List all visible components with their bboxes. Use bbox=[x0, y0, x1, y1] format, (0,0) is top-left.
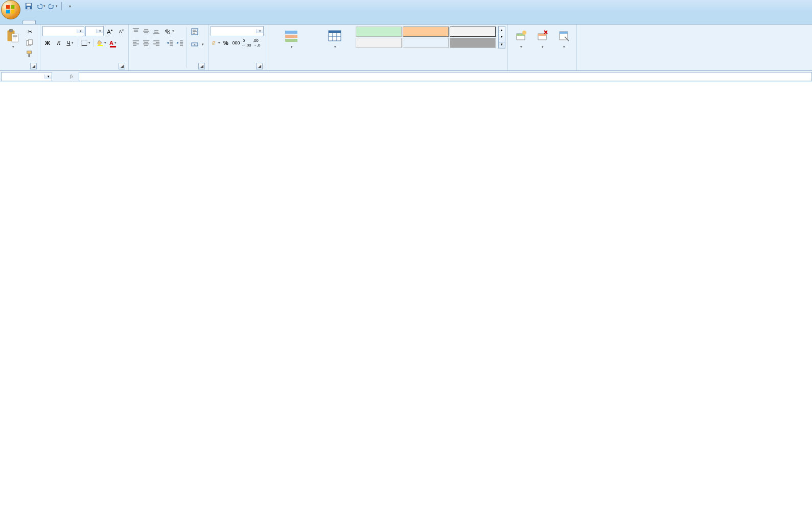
number-dialog-launcher[interactable]: ◢ bbox=[256, 63, 263, 69]
brush-icon bbox=[26, 50, 34, 58]
svg-rect-11 bbox=[28, 40, 32, 45]
font-size-combo[interactable]: ▾ bbox=[85, 26, 104, 36]
group-clipboard: ▾ ✂ ◢ bbox=[0, 25, 40, 70]
format-icon bbox=[555, 28, 572, 44]
svg-rect-62 bbox=[538, 34, 546, 36]
formula-bar: ▾ ✕ fx bbox=[0, 71, 812, 82]
style-input[interactable] bbox=[403, 27, 449, 37]
tab-review[interactable] bbox=[89, 20, 102, 24]
tab-page-layout[interactable] bbox=[49, 20, 62, 24]
style-good[interactable] bbox=[356, 27, 402, 37]
italic-button[interactable]: К bbox=[54, 38, 64, 48]
svg-rect-5 bbox=[27, 4, 31, 6]
alignment-dialog-launcher[interactable]: ◢ bbox=[198, 63, 205, 69]
group-number: ▾ ₽▾ % 000 ,0←,00 ,00→,0 ◢ bbox=[208, 25, 266, 70]
format-as-table-button[interactable]: ▾ bbox=[314, 26, 355, 60]
save-icon[interactable] bbox=[24, 1, 34, 11]
align-right-button[interactable] bbox=[151, 38, 161, 48]
style-calc[interactable] bbox=[356, 38, 402, 48]
comma-button[interactable]: 000 bbox=[231, 38, 241, 48]
group-alignment: ab▾ a▾ ◢ bbox=[129, 25, 208, 70]
font-name-combo[interactable]: ▾ bbox=[42, 26, 84, 36]
insert-cells-button[interactable]: ▾ bbox=[510, 26, 531, 60]
format-painter-button[interactable] bbox=[24, 49, 38, 60]
svg-rect-3 bbox=[11, 10, 14, 13]
svg-rect-50 bbox=[285, 31, 297, 34]
wrap-text-button[interactable] bbox=[189, 26, 206, 37]
border-button[interactable]: ▾ bbox=[81, 38, 91, 48]
svg-rect-51 bbox=[285, 35, 297, 38]
paste-icon bbox=[5, 28, 21, 44]
copy-button[interactable] bbox=[24, 37, 38, 49]
formula-input[interactable] bbox=[79, 72, 812, 81]
align-bottom-button[interactable] bbox=[151, 26, 161, 36]
group-font: ▾ ▾ A▴ A▾ Ж К Ч▾ ▾ ▾ A▾ ◢ bbox=[40, 25, 129, 70]
percent-button[interactable]: % bbox=[221, 38, 231, 48]
number-format-combo[interactable]: ▾ bbox=[211, 26, 264, 36]
svg-rect-2 bbox=[6, 10, 10, 13]
format-cells-button[interactable]: ▾ bbox=[553, 26, 574, 60]
undo-icon[interactable]: ▾ bbox=[36, 1, 46, 11]
office-button[interactable] bbox=[1, 0, 20, 19]
paste-button[interactable]: ▾ bbox=[2, 26, 24, 60]
orientation-button[interactable]: ab▾ bbox=[165, 26, 175, 36]
merge-icon: a bbox=[191, 40, 199, 49]
svg-rect-8 bbox=[9, 29, 13, 32]
style-gallery-expand[interactable]: ▴▾▾ bbox=[498, 26, 505, 49]
delete-icon bbox=[534, 28, 550, 44]
fill-color-button[interactable]: ▾ bbox=[97, 38, 107, 48]
align-middle-button[interactable] bbox=[141, 26, 151, 36]
copy-icon bbox=[26, 39, 34, 47]
font-dialog-launcher[interactable]: ◢ bbox=[119, 63, 125, 69]
style-output[interactable] bbox=[450, 27, 496, 37]
svg-rect-14 bbox=[82, 40, 87, 46]
svg-rect-0 bbox=[6, 5, 10, 9]
redo-icon[interactable]: ▾ bbox=[48, 1, 58, 11]
svg-rect-1 bbox=[11, 5, 14, 9]
decrease-indent-button[interactable] bbox=[165, 38, 175, 48]
tab-insert[interactable] bbox=[36, 20, 49, 24]
svg-rect-12 bbox=[27, 51, 32, 54]
increase-decimal-button[interactable]: ,0←,00 bbox=[241, 38, 251, 48]
tab-formulas[interactable] bbox=[62, 20, 76, 24]
bold-button[interactable]: Ж bbox=[42, 38, 53, 48]
svg-rect-64 bbox=[560, 32, 568, 34]
quick-access-toolbar: ▾ ▾ ▾ bbox=[24, 0, 75, 12]
group-cells: ▾ ▾ ▾ bbox=[508, 25, 577, 70]
grow-font-button[interactable]: A▴ bbox=[105, 26, 115, 36]
qat-customize-icon[interactable]: ▾ bbox=[65, 1, 75, 11]
svg-point-60 bbox=[522, 31, 526, 35]
tab-data[interactable] bbox=[76, 20, 89, 24]
shrink-font-button[interactable]: A▾ bbox=[116, 26, 126, 36]
wrap-icon bbox=[191, 28, 199, 36]
cond-format-icon bbox=[283, 28, 299, 44]
tab-view[interactable] bbox=[102, 20, 115, 24]
currency-button[interactable]: ₽▾ bbox=[211, 38, 221, 48]
merge-center-button[interactable]: a▾ bbox=[189, 39, 206, 50]
svg-rect-52 bbox=[285, 39, 297, 42]
title-bar: ▾ ▾ ▾ bbox=[0, 0, 812, 12]
tab-home[interactable] bbox=[22, 20, 36, 24]
delete-cells-button[interactable]: ▾ bbox=[531, 26, 553, 60]
align-left-button[interactable] bbox=[131, 38, 141, 48]
increase-indent-button[interactable] bbox=[175, 38, 185, 48]
svg-rect-16 bbox=[98, 45, 103, 46]
svg-text:₽: ₽ bbox=[212, 40, 216, 46]
underline-button[interactable]: Ч▾ bbox=[65, 38, 75, 48]
ribbon: ▾ ✂ ◢ ▾ ▾ A▴ A▾ Ж К Ч▾ ▾ bbox=[0, 25, 812, 71]
svg-text:a: a bbox=[194, 43, 196, 46]
decrease-decimal-button[interactable]: ,00→,0 bbox=[251, 38, 262, 48]
group-styles: ▾ ▾ ▴▾▾ bbox=[266, 25, 508, 70]
fx-icon[interactable]: fx bbox=[66, 72, 77, 81]
clipboard-dialog-launcher[interactable]: ◢ bbox=[30, 63, 37, 69]
conditional-format-button[interactable]: ▾ bbox=[268, 26, 314, 60]
style-hyperlink[interactable] bbox=[403, 38, 449, 48]
svg-rect-6 bbox=[27, 7, 30, 9]
font-color-button[interactable]: A▾ bbox=[108, 38, 118, 48]
name-box[interactable]: ▾ bbox=[1, 72, 52, 81]
align-top-button[interactable] bbox=[131, 26, 141, 36]
cut-button[interactable]: ✂ bbox=[24, 26, 38, 37]
svg-rect-13 bbox=[28, 54, 30, 57]
style-check[interactable] bbox=[450, 38, 496, 48]
align-center-button[interactable] bbox=[141, 38, 151, 48]
